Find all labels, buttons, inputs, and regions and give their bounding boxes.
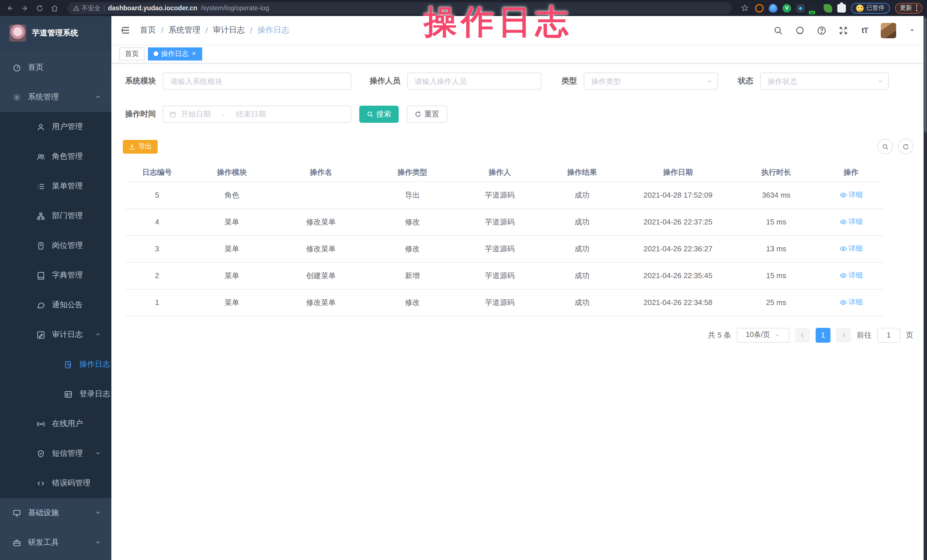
- type-select-input[interactable]: [584, 73, 718, 90]
- sidebar-item-operate-log[interactable]: 操作日志: [0, 349, 111, 379]
- sidebar-item-home[interactable]: 首页: [0, 53, 111, 82]
- extension-green-leaf-icon[interactable]: [824, 4, 832, 12]
- sidebar-item-post-management[interactable]: 岗位管理: [0, 231, 111, 260]
- breadcrumb-item-audit[interactable]: 审计日志: [213, 25, 245, 35]
- operator-label: 操作人员: [367, 76, 400, 86]
- module-input[interactable]: [163, 73, 351, 90]
- eye-icon: [839, 245, 847, 252]
- filter-row-2: 操作时间 开始日期 - 结束日期 搜索 重置: [123, 106, 913, 123]
- extension-blue-pin-icon[interactable]: [769, 4, 777, 12]
- tags-view-bar: 首页 操作日志: [111, 44, 927, 64]
- export-button[interactable]: 导出: [123, 140, 158, 153]
- prev-page-button[interactable]: [795, 328, 810, 342]
- browser-reload-button[interactable]: [34, 3, 44, 13]
- extension-switch-icon[interactable]: on: [810, 4, 819, 12]
- user-menu-caret[interactable]: [906, 24, 918, 36]
- search-button[interactable]: 搜索: [359, 106, 399, 123]
- cell-log-id: 3: [125, 235, 189, 262]
- reset-button[interactable]: 重置: [407, 106, 447, 123]
- detail-link[interactable]: 详细: [839, 244, 863, 253]
- column-header-actions: 操作: [819, 163, 884, 182]
- scrollbar-thumb[interactable]: [924, 18, 926, 132]
- operator-input[interactable]: [407, 73, 541, 90]
- docs-help-button[interactable]: [816, 24, 827, 36]
- page-size-select[interactable]: 10条/页: [737, 328, 789, 342]
- github-link-button[interactable]: [794, 24, 805, 36]
- tag-home[interactable]: 首页: [119, 47, 144, 60]
- monitor-icon: [12, 508, 21, 517]
- sidebar-item-online-users[interactable]: 在线用户: [0, 409, 111, 439]
- toggle-search-button[interactable]: [877, 139, 893, 154]
- profile-emoji-avatar: [856, 4, 863, 12]
- sidebar-item-dev-tools[interactable]: 研发工具: [0, 528, 111, 557]
- browser-forward-button[interactable]: [20, 3, 30, 13]
- tag-operate-log[interactable]: 操作日志: [148, 47, 202, 60]
- next-page-button[interactable]: [836, 328, 851, 342]
- refresh-icon: [415, 111, 421, 118]
- status-select-input[interactable]: [760, 73, 889, 90]
- extension-blue-gem-icon[interactable]: ◆: [796, 4, 805, 12]
- sidebar-item-user-management[interactable]: 用户管理: [0, 112, 111, 142]
- font-size-button[interactable]: tT: [859, 24, 871, 36]
- detail-link[interactable]: 详细: [839, 270, 863, 280]
- sidebar-item-label: 研发工具: [28, 537, 88, 548]
- browser-profile-button[interactable]: 已暂停: [851, 3, 890, 14]
- address-bar[interactable]: 不安全 dashboard.yudao.iocoder.cn /system/l…: [67, 2, 732, 14]
- sidebar-item-role-management[interactable]: 角色管理: [0, 142, 111, 171]
- bookmark-star-icon[interactable]: [740, 3, 750, 13]
- breadcrumb-separator: /: [206, 26, 208, 35]
- sidebar-logo-row[interactable]: 芋道管理系统: [0, 16, 111, 50]
- org-tree-icon: [36, 212, 45, 220]
- browser-update-button[interactable]: 更新: [895, 3, 922, 14]
- page-number-current[interactable]: 1: [816, 328, 830, 342]
- browser-extensions-area: V ◆ on 已暂停 更新: [740, 3, 922, 14]
- user-avatar[interactable]: [881, 23, 896, 38]
- cell-operator: 芋道源码: [457, 182, 542, 208]
- breadcrumb-item-system[interactable]: 系统管理: [169, 25, 201, 35]
- detail-link[interactable]: 详细: [839, 217, 863, 226]
- breadcrumb-item-home[interactable]: 首页: [140, 25, 156, 35]
- search-button-label: 搜索: [376, 109, 391, 119]
- header-search-button[interactable]: [772, 24, 784, 36]
- sidebar-toggle-button[interactable]: [120, 24, 132, 36]
- sidebar-item-errorcode-management[interactable]: 错误码管理: [0, 468, 111, 498]
- app-frame: 芋道管理系统 首页 系统管理 用户管理: [0, 16, 927, 560]
- browser-back-button[interactable]: [5, 3, 15, 13]
- detail-link[interactable]: 详细: [839, 297, 863, 307]
- sidebar-item-audit-log[interactable]: 审计日志: [0, 320, 111, 349]
- sidebar-item-system[interactable]: 系统管理: [0, 82, 111, 112]
- back-arrow-icon: [6, 4, 14, 12]
- tab-close-icon[interactable]: [191, 50, 196, 58]
- operate-log-icon: [64, 360, 73, 369]
- github-icon: [795, 26, 804, 35]
- security-warning[interactable]: 不安全: [73, 4, 100, 12]
- url-path: /system/log/operate-log: [201, 5, 269, 11]
- dashboard-icon: [12, 63, 21, 72]
- sidebar-item-dept-management[interactable]: 部门管理: [0, 201, 111, 231]
- refresh-table-button[interactable]: [898, 139, 913, 154]
- warning-triangle-icon: [73, 5, 79, 11]
- window-scrollbar[interactable]: [924, 16, 927, 560]
- extension-orange-ring-icon[interactable]: [755, 4, 764, 12]
- sidebar-item-dict-management[interactable]: 字典管理: [0, 260, 111, 290]
- extensions-puzzle-icon[interactable]: [837, 4, 846, 12]
- sidebar-item-menu-management[interactable]: 菜单管理: [0, 171, 111, 201]
- status-select[interactable]: [760, 73, 889, 90]
- sidebar-item-infrastructure[interactable]: 基础设施: [0, 498, 111, 528]
- badge-icon: [36, 241, 45, 250]
- fullscreen-button[interactable]: [837, 24, 849, 36]
- caret-down-icon: [909, 27, 915, 33]
- sidebar-item-login-log[interactable]: 登录日志: [0, 379, 111, 409]
- goto-page-input[interactable]: [877, 328, 900, 342]
- sidebar-item-notice-management[interactable]: 通知公告: [0, 290, 111, 320]
- detail-link[interactable]: 详细: [839, 190, 863, 200]
- main-area: 首页 / 系统管理 / 审计日志 / 操作日志: [111, 16, 927, 560]
- extension-green-v-icon[interactable]: V: [783, 4, 791, 12]
- browser-home-button[interactable]: [49, 3, 59, 13]
- type-select[interactable]: [584, 73, 718, 90]
- date-range-picker[interactable]: 开始日期 - 结束日期: [163, 106, 351, 123]
- sidebar-item-sms-management[interactable]: 短信管理: [0, 439, 111, 468]
- sidebar-item-label: 用户管理: [52, 121, 83, 132]
- browser-menu-kebab-icon[interactable]: [916, 5, 917, 11]
- cell-name: 修改菜单: [275, 235, 367, 262]
